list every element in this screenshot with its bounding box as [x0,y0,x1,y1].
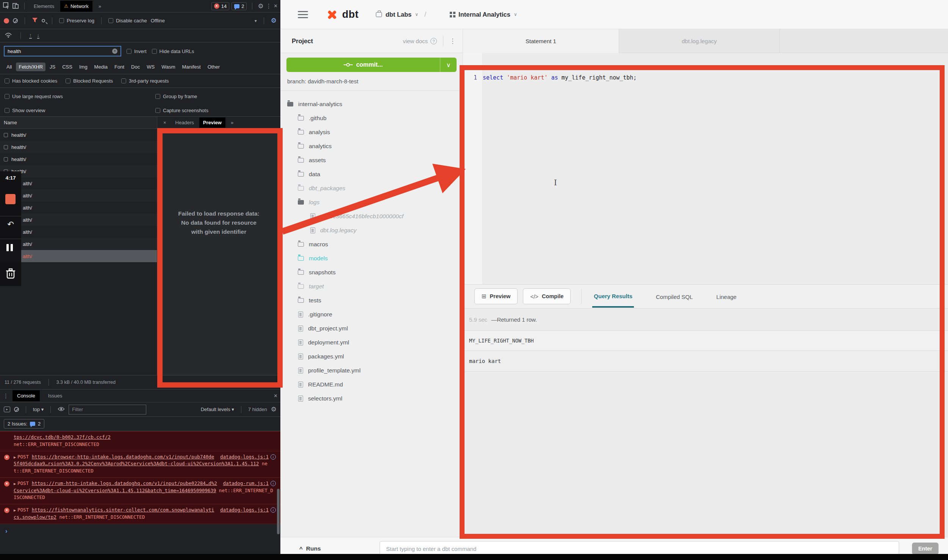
hamburger-menu-icon[interactable] [298,14,308,15]
filter-pill-other[interactable]: Other [205,63,223,71]
tree-folder-analytics[interactable]: analytics [280,139,463,153]
more-detail-tabs-chevron[interactable]: » [227,117,237,128]
tab-preview[interactable]: Preview [199,117,225,128]
disable-cache-checkbox[interactable]: Disable cache [108,18,147,23]
console-error-partial[interactable]: tps://dcvc.tdb/0-b002.37f/cb.ccf/2 net::… [0,431,280,451]
view-docs-link[interactable]: view docs ? [403,38,437,44]
console-scrollbar[interactable] [277,489,280,534]
large-request-rows-checkbox[interactable]: Use large request rows [5,94,155,99]
hide-data-urls-checkbox[interactable]: Hide data URLs [152,48,194,54]
tree-folder-snapshots[interactable]: snapshots [280,265,463,279]
tab-elements[interactable]: Elements [30,1,58,12]
show-overview-checkbox[interactable]: Show overview [5,108,155,113]
runs-toggle[interactable]: ^ Runs [299,545,321,552]
tree-file-nfs-log[interactable]: .nfs0c3665c416bfecb1000000cf [280,209,463,223]
trash-icon[interactable] [6,268,16,281]
request-row[interactable]: health/ [0,141,157,153]
tree-folder-macros[interactable]: macros [280,237,463,251]
tree-folder-github[interactable]: .github [280,111,463,125]
throttling-select[interactable]: Offline [151,18,165,23]
tab-issues[interactable]: Issues [44,390,67,401]
filter-pill-img[interactable]: Img [77,63,90,71]
filter-pill-media[interactable]: Media [92,63,110,71]
filter-pill-doc[interactable]: Doc [128,63,142,71]
request-row[interactable]: health/ [0,165,157,177]
console-prompt[interactable]: › [0,524,280,538]
request-row[interactable]: alth/ [0,214,157,226]
network-filter-input[interactable]: health × [4,46,121,56]
tree-folder-models[interactable]: models [280,251,463,265]
tree-folder-tests[interactable]: tests [280,293,463,307]
tree-file-dbt-log-legacy[interactable]: dbt.log.legacy [280,223,463,237]
tree-file-dbt-project-yml[interactable]: dbt_project.yml [280,321,463,335]
dbt-logo[interactable]: dbt [325,7,358,22]
account-switcher[interactable]: dbt Labs ∨ [376,11,418,18]
tree-file-selectors-yml[interactable]: selectors.yml [280,391,463,405]
request-table-name-header[interactable]: Name [0,117,157,129]
clear-console-icon[interactable] [14,407,19,412]
error-source-link[interactable]: datadog-rum.js:1 [223,480,269,487]
throttling-chevron-icon[interactable]: ▾ [255,18,257,23]
tab-network[interactable]: ⚠ Network [60,1,92,12]
request-row[interactable]: alth/ [0,202,157,214]
issues-count-badge[interactable]: 2 [232,2,247,10]
request-row[interactable]: alth/ [0,189,157,202]
console-settings-gear-icon[interactable]: ⚙ [271,405,277,413]
tree-file-profile-template-yml[interactable]: profile_template.yml [280,363,463,377]
error-url-link[interactable]: tps://dcvc.tdb/0-b002.37f/cb.ccf/2 [14,434,111,440]
pause-icon[interactable] [6,244,9,251]
inspect-element-icon[interactable] [3,2,10,10]
import-har-icon[interactable]: ↑ [29,33,32,39]
request-row[interactable]: health/ [0,153,157,165]
tree-folder-target[interactable]: target [280,279,463,293]
tree-folder-internal-analytics[interactable]: internal-analytics [280,97,463,111]
group-by-frame-checkbox[interactable]: Group by frame [155,94,197,99]
close-devtools-icon[interactable]: × [274,3,277,9]
settings-gear-icon[interactable]: ⚙ [258,2,263,10]
expand-triangle-icon[interactable]: ▶ [14,508,16,512]
request-row[interactable]: alth/ [0,177,157,189]
more-tabs-chevron[interactable]: » [95,1,105,12]
request-row[interactable]: alth/ [0,238,157,250]
tree-file-deployment-yml[interactable]: deployment.yml [280,335,463,349]
undo-icon[interactable]: ↶ [0,220,21,229]
console-context-select[interactable]: top ▾ [33,407,44,412]
error-count-badge[interactable]: × 14 [211,2,229,10]
close-detail-icon[interactable]: × [160,117,170,128]
request-row-selected[interactable]: alth/ [0,250,157,262]
device-toolbar-icon[interactable] [12,2,19,10]
filter-pill-all[interactable]: All [4,63,14,71]
filter-pill-wasm[interactable]: Wasm [159,63,178,71]
record-network-icon[interactable] [4,18,9,23]
project-menu-icon[interactable]: ⋮ [449,37,456,45]
filter-pill-ws[interactable]: WS [144,63,157,71]
devtools-menu-icon[interactable]: ⋮ [266,3,272,9]
tab-dbt-log-legacy[interactable]: dbt.log.legacy [619,29,780,53]
error-url-link[interactable]: https://rum-http-intake.logs.datadoghq.c… [14,480,217,493]
third-party-requests-checkbox[interactable]: 3rd-party requests [121,78,169,84]
tree-folder-assets[interactable]: assets [280,153,463,167]
clear-network-icon[interactable] [13,18,18,23]
tree-file-readme-md[interactable]: README.md [280,377,463,391]
tree-file-gitignore[interactable]: .gitignore [280,307,463,321]
has-blocked-cookies-checkbox[interactable]: Has blocked cookies [5,78,57,84]
commit-dropdown-chevron[interactable]: ∨ [440,58,457,72]
tree-folder-logs[interactable]: logs [280,195,463,209]
expand-triangle-icon[interactable]: ▶ [14,455,16,459]
tree-folder-data[interactable]: data [280,167,463,181]
invert-checkbox[interactable]: Invert [127,48,147,54]
request-row[interactable]: health/ [0,129,157,141]
request-row[interactable]: alth/ [0,226,157,238]
error-source-link[interactable]: datadog-logs.js:1 [220,507,269,514]
capture-screenshots-checkbox[interactable]: Capture screenshots [155,108,208,113]
commit-button[interactable]: commit... ∨ [286,58,457,72]
tree-folder-analysis[interactable]: analysis [280,125,463,139]
enter-button[interactable]: Enter [912,543,939,555]
tab-statement-1[interactable]: Statement 1 [463,29,619,53]
drawer-menu-icon[interactable]: ⋮ [3,393,9,399]
network-settings-gear-icon[interactable]: ⚙ [271,17,277,25]
network-conditions-icon[interactable] [5,32,12,39]
tree-folder-dbt-packages[interactable]: dbt_packages [280,181,463,195]
console-sidebar-icon[interactable]: ▸ [4,407,10,412]
console-filter-input[interactable] [69,405,146,415]
